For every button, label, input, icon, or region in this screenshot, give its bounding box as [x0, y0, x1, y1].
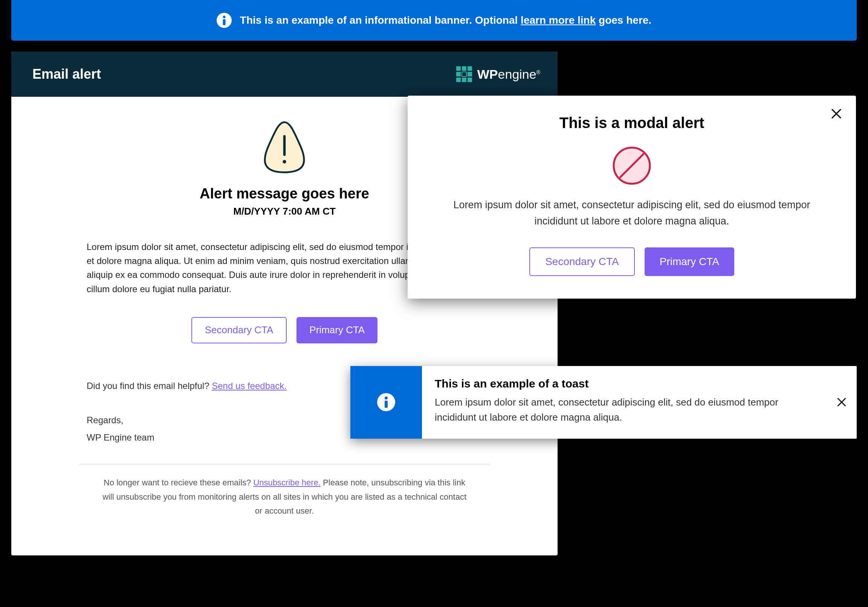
- info-icon: [217, 13, 232, 28]
- modal-primary-cta-button[interactable]: Primary CTA: [645, 248, 734, 276]
- banner-learn-more-link[interactable]: learn more link: [521, 14, 596, 26]
- svg-rect-5: [468, 66, 472, 71]
- close-icon: [830, 107, 843, 120]
- toast-close-button[interactable]: [826, 366, 857, 439]
- wpengine-mark-icon: [456, 66, 472, 82]
- svg-rect-7: [462, 72, 467, 76]
- svg-point-1: [223, 16, 225, 19]
- info-icon: [377, 393, 395, 411]
- modal-text: Lorem ipsum dolor sit amet, consectetur …: [430, 197, 833, 229]
- modal-title: This is a modal alert: [430, 115, 833, 132]
- toast: This is an example of a toast Lorem ipsu…: [350, 366, 857, 439]
- modal-cta-row: Secondary CTA Primary CTA: [430, 248, 833, 276]
- email-secondary-cta-button[interactable]: Secondary CTA: [191, 317, 287, 344]
- divider: [79, 464, 490, 464]
- svg-rect-3: [456, 66, 461, 71]
- svg-point-13: [282, 160, 286, 163]
- email-header-title: Email alert: [33, 66, 101, 82]
- close-icon: [836, 396, 847, 408]
- email-header: Email alert WPengine®: [11, 51, 558, 97]
- svg-rect-10: [462, 77, 467, 82]
- toast-text: Lorem ipsum dolor sit amet, consectetur …: [435, 395, 814, 425]
- svg-point-19: [384, 396, 388, 400]
- email-primary-cta-button[interactable]: Primary CTA: [296, 317, 378, 344]
- svg-rect-2: [223, 19, 225, 25]
- svg-rect-9: [456, 77, 461, 82]
- wpengine-logo: WPengine®: [456, 66, 540, 82]
- toast-title: This is an example of a toast: [435, 377, 814, 390]
- toast-icon-box: [350, 366, 422, 439]
- svg-rect-4: [462, 66, 467, 71]
- toast-content: This is an example of a toast Lorem ipsu…: [422, 366, 826, 439]
- warning-icon: [256, 119, 313, 176]
- modal-alert: This is a modal alert Lorem ipsum dolor …: [408, 96, 856, 299]
- email-feedback-link[interactable]: Send us feedback.: [212, 381, 287, 391]
- info-banner: This is an example of an informational b…: [11, 0, 857, 41]
- banner-text: This is an example of an informational b…: [240, 14, 651, 26]
- unsubscribe-link[interactable]: Unsubscribe here.: [253, 478, 321, 487]
- svg-rect-20: [384, 401, 388, 408]
- email-unsubscribe: No longer want to recieve these emails? …: [87, 475, 482, 533]
- svg-rect-6: [456, 72, 461, 76]
- modal-secondary-cta-button[interactable]: Secondary CTA: [529, 248, 635, 276]
- prohibit-icon: [611, 145, 653, 186]
- svg-rect-8: [468, 72, 472, 76]
- modal-close-button[interactable]: [829, 106, 844, 121]
- email-cta-row: Secondary CTA Primary CTA: [87, 317, 482, 344]
- svg-rect-11: [468, 77, 472, 82]
